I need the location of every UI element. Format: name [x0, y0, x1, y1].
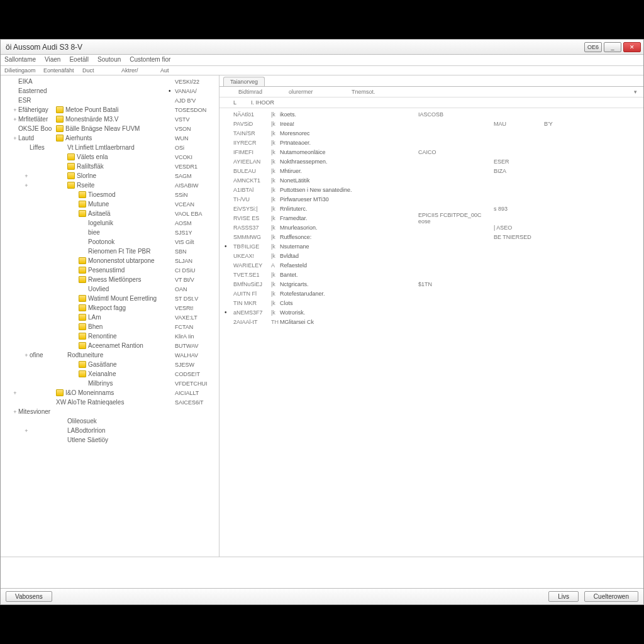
tree-row[interactable]: PesenustirndCI DSiU [1, 265, 219, 275]
list-row[interactable]: TI-/VU|kPirfwarueser MTi30 [219, 194, 643, 204]
row-tick: |k [271, 215, 280, 221]
tree-row[interactable]: XeianalneCODSE!T [1, 369, 219, 379]
list-row[interactable]: IIYRECR|kPrtnateaoer. [219, 138, 643, 147]
list-row[interactable]: 2AIAAl-tTTHMGlitarsei Ck [219, 317, 643, 326]
tree-row[interactable]: Mononenstot ubtarponeSLJAN [1, 256, 219, 265]
tree-item-label: Pesenustirnd [88, 267, 175, 274]
tree-pane[interactable]: EIKAVESKI/22Easterned•VANAIA/ESRAJD B'V+… [1, 75, 219, 557]
list-row[interactable]: IFIMEFI|kNutamomeonläiceCAICO [219, 147, 643, 157]
tree-row[interactable]: LAmVAXE:LT [1, 313, 219, 322]
tree-row[interactable]: +MrfitetläterMonestnärde M3.VVSTV [1, 114, 219, 124]
menu-item[interactable]: Soutoun [97, 56, 121, 64]
row-name: MGlitarsei Ck [280, 319, 418, 325]
list-row[interactable]: A1IBTAl|kPuttottsen i New sanatedine. [219, 185, 643, 194]
tree-row[interactable]: +RseiteAISABIW [1, 180, 219, 190]
tree-row[interactable]: BhenFCTAN [1, 322, 219, 331]
tree-row[interactable]: RenontineKlirA Iin [1, 331, 219, 341]
expand-icon[interactable]: + [23, 352, 30, 358]
tree-row[interactable]: PootonokVtS Gilt [1, 237, 219, 247]
expand-icon[interactable]: + [12, 135, 18, 142]
toolbar-item[interactable]: Duct [82, 67, 114, 74]
col-header[interactable]: Tnemsot. [352, 89, 389, 95]
menu-item[interactable]: Sallontame [4, 56, 36, 64]
expand-icon[interactable]: + [12, 390, 18, 396]
list-row[interactable]: •TB®ILIGE|kNsuternane [219, 242, 643, 251]
list-row[interactable]: TVET.SE1|kBantet. [219, 270, 643, 279]
tree-row[interactable]: GasätlaneSJESW [1, 360, 219, 369]
tree-row[interactable]: Rwess MietlönpersVT Bt/V [1, 275, 219, 284]
list-row[interactable]: AUITN Fl|kRotefestarudaner. [219, 289, 643, 298]
tree-row[interactable]: bieeSJS1Y [1, 228, 219, 237]
list-row[interactable]: SMMMWG|kRutffesonce:BE TNIERSED [219, 232, 643, 242]
expand-icon[interactable]: + [12, 409, 18, 415]
toolbar-item[interactable]: Aktrer/ [121, 67, 153, 74]
menu-item[interactable]: Viaen [45, 56, 60, 64]
status-button-left[interactable]: Vabosens [6, 591, 52, 602]
list-row[interactable]: AYIEELAN|kNokthraessepmen.ESER [219, 157, 643, 166]
tree-row[interactable]: AsitaeläVAOL EBA [1, 209, 219, 218]
list-row[interactable]: NÄAtlö1|kikoets.IASCOSB [219, 109, 643, 119]
menu-item[interactable]: Eoetäll [69, 56, 89, 64]
menu-item[interactable]: Custontem fior [130, 56, 170, 64]
tree-row[interactable]: +I&O MoneinnamsAICIALLT [1, 388, 219, 397]
tree-item-code: SJESW [175, 362, 215, 368]
tree-row[interactable]: Utlene Säetiöy [1, 435, 219, 445]
status-button-1[interactable]: Livs [548, 591, 579, 602]
expand-icon[interactable]: + [23, 428, 30, 434]
tree-row[interactable]: +ofineRodtuneitureWALHAV [1, 350, 219, 360]
help-button[interactable]: OE6 [584, 42, 602, 52]
tree-row[interactable]: +LABodtorlrion [1, 426, 219, 435]
tree-row[interactable]: Mkepoct faggVESRt! [1, 303, 219, 313]
list-row[interactable]: BMfNuSiEJ|kNctgricarts.$1TN [219, 279, 643, 289]
toolbar-item[interactable]: Aut [160, 67, 192, 74]
window-buttons: OE6 _ ✕ [584, 42, 641, 52]
tree-row[interactable]: Watimtl Mount EerretlingST DSt.V [1, 294, 219, 303]
tree-row[interactable]: UovliedOAN [1, 284, 219, 294]
list-row[interactable]: WARIELEYARefaesteld [219, 260, 643, 270]
tree-row[interactable]: +LautdAierhuntsWUN [1, 133, 219, 143]
list-row[interactable]: TIN MKR|kClots [219, 298, 643, 308]
toolbar-item[interactable]: Dilietingaom [4, 67, 36, 74]
col-header[interactable]: Bidtimrad [238, 89, 276, 95]
tree-row[interactable]: Välets enlaVCOKI [1, 152, 219, 162]
row-tick: |k [271, 196, 280, 203]
dropdown-icon[interactable]: ▾ [634, 89, 637, 95]
tree-item-label: biee [88, 229, 175, 236]
tree-row[interactable]: Aceenamet RantionBUTWAV [1, 341, 219, 350]
col-header[interactable]: olurermer [289, 89, 339, 95]
status-button-2[interactable]: Cuelterowen [584, 591, 638, 602]
tree-row[interactable]: XW AloTte RatnieqaelesSAICES6iT [1, 397, 219, 407]
tree-row[interactable]: Olileosuek [1, 416, 219, 426]
minimize-button[interactable]: _ [604, 42, 621, 52]
tree-row[interactable]: MutuneVCEAN [1, 199, 219, 209]
tree-row[interactable]: LiffesVt Linfiett LmtlaerbrnardOSi [1, 143, 219, 152]
toolbar-item[interactable]: Eontenäfäht [43, 67, 75, 74]
expand-icon[interactable]: + [23, 182, 30, 189]
expand-icon[interactable]: + [12, 116, 18, 123]
list-row[interactable]: •aNEMS3F7|kWotrorisk. [219, 308, 643, 317]
tree-row[interactable]: +Mitesvioner [1, 407, 219, 416]
tree-row[interactable]: RaliltsfläkVESDR1 [1, 162, 219, 171]
list-row[interactable]: PAVSiD|kIreea!MAUB'Y [219, 119, 643, 128]
list-row[interactable]: RVISE ES|kFramedtar.EPICIIS FCBITPDE_00C… [219, 213, 643, 223]
folder-icon [67, 172, 75, 179]
expand-icon[interactable]: + [12, 107, 18, 113]
list-row[interactable]: AMNCKT1|kNonetLätitik [219, 175, 643, 185]
tree-row[interactable]: Easterned•VANAIA/ [1, 86, 219, 96]
detail-list[interactable]: NÄAtlö1|kikoets.IASCOSBPAVSiD|kIreea!MAU… [219, 108, 643, 557]
list-row[interactable]: TAIN/SR|kMoresnorec [219, 128, 643, 138]
list-row[interactable]: BULEAU|kMhtiruer.BIZA [219, 166, 643, 175]
tree-row[interactable]: +SlorlneSAGM [1, 171, 219, 180]
tree-row[interactable]: EIKAVESKI/22 [1, 77, 219, 86]
tree-row[interactable]: TioesmodSSiN [1, 190, 219, 199]
tree-row[interactable]: +EfäherigayMetoe Pount BataliTOSESDON [1, 105, 219, 114]
list-row[interactable]: UKEAX!|kBvldtad [219, 251, 643, 260]
close-button[interactable]: ✕ [623, 42, 641, 52]
tree-row[interactable]: MilbrinysVFDETCHUI [1, 379, 219, 388]
tab[interactable]: Taianorveg [223, 77, 265, 86]
expand-icon[interactable]: + [23, 173, 30, 179]
tree-row[interactable]: Rienomen Ft Tite PBRSBN [1, 247, 219, 256]
tree-row[interactable]: ESRAJD B'V [1, 96, 219, 105]
tree-row[interactable]: OKSJE BooBälle Bnägse Nleav FUVMVSON [1, 124, 219, 133]
tree-row[interactable]: IogelunikAOSM [1, 218, 219, 228]
